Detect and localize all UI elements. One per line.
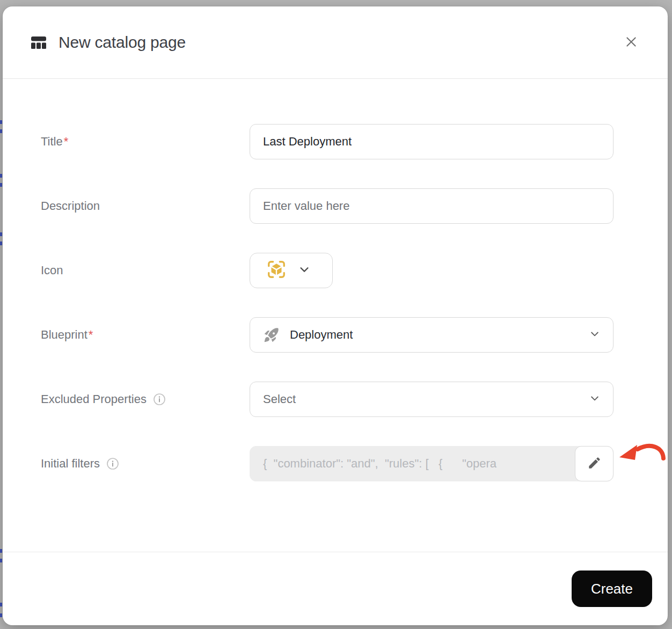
description-label: Description [41, 188, 100, 224]
rocket-icon [263, 326, 280, 343]
chevron-down-icon [589, 328, 600, 341]
initial-filters-label: Initial filters [41, 446, 119, 481]
chevron-down-icon [298, 264, 310, 277]
modal-header: New catalog page [3, 6, 668, 79]
icon-label: Icon [41, 253, 63, 288]
select-placeholder: Select [263, 392, 296, 406]
title-input[interactable] [250, 124, 613, 159]
page-title: New catalog page [59, 33, 620, 52]
pencil-icon [587, 456, 602, 472]
required-asterisk: * [89, 328, 93, 342]
excluded-properties-label: Excluded Properties [41, 382, 166, 417]
title-label: Title* [41, 124, 68, 159]
catalog-page-icon [30, 33, 48, 52]
blueprint-select[interactable]: Deployment [250, 317, 613, 353]
blueprint-label: Blueprint* [41, 317, 93, 353]
edit-filters-button[interactable] [575, 446, 613, 481]
info-icon[interactable] [106, 457, 119, 470]
initial-filters-input [250, 446, 613, 481]
footer-divider [3, 552, 668, 552]
excluded-properties-select[interactable]: Select [250, 382, 613, 417]
create-button[interactable]: Create [572, 571, 652, 607]
cube-scan-icon [266, 259, 287, 282]
info-icon[interactable] [153, 393, 166, 406]
red-arrow-annotation [616, 440, 667, 469]
close-icon [624, 34, 639, 51]
required-asterisk: * [64, 135, 69, 149]
new-catalog-page-modal: New catalog page Title* Description Icon [3, 6, 668, 625]
description-input[interactable] [250, 188, 613, 224]
close-button[interactable] [620, 32, 642, 53]
blueprint-value: Deployment [290, 328, 353, 342]
chevron-down-icon [589, 393, 600, 406]
icon-picker-button[interactable] [250, 253, 333, 288]
